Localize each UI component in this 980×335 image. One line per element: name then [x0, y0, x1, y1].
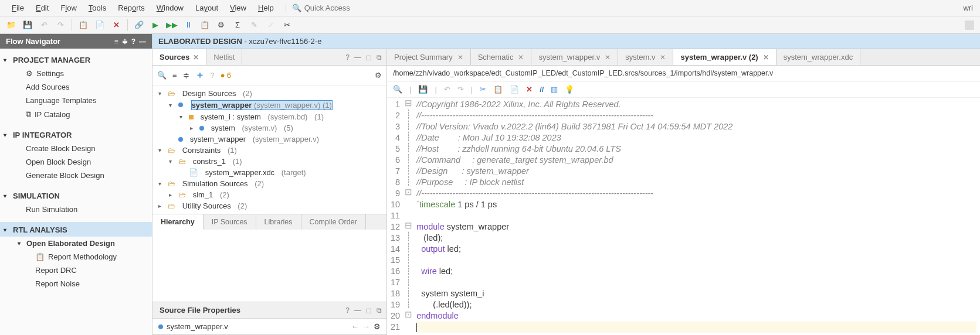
close-icon[interactable]: ✕ — [660, 53, 666, 61]
tree-design-sources[interactable]: ▾🗁 Design Sources (2) — [155, 88, 384, 99]
save-icon[interactable]: 💾 — [418, 85, 428, 94]
close-icon[interactable]: ✕ — [518, 53, 524, 61]
btab-ip-sources[interactable]: IP Sources — [204, 214, 256, 230]
collapse-all-icon[interactable]: ≡ — [114, 37, 118, 46]
tree-system-wrapper[interactable]: ▾ system_wrapper (system_wrapper.v) (1) — [165, 99, 384, 111]
tool1-icon[interactable]: ✎ — [249, 20, 259, 30]
tool2-icon[interactable]: ⟋ — [265, 20, 276, 30]
bulb-icon[interactable]: 💡 — [565, 85, 574, 94]
save-icon[interactable]: 💾 — [22, 20, 33, 30]
quick-access-input[interactable] — [304, 4, 422, 12]
stop-icon[interactable]: ⏸ — [183, 20, 194, 30]
delete-icon[interactable]: ✕ — [526, 85, 533, 94]
nav-run-simulation[interactable]: Run Simulation — [0, 203, 152, 216]
menu-window[interactable]: Window — [151, 1, 189, 15]
nav-language-templates[interactable]: Language Templates — [0, 94, 152, 107]
quick-access[interactable]: 🔍 — [286, 4, 422, 12]
nav-rtl-analysis[interactable]: RTL ANALYSIS — [0, 222, 152, 237]
tree-xdc[interactable]: 📄 system_wrapper.xdc (target) — [176, 167, 384, 178]
etab-system-wrapper-v[interactable]: system_wrapper.v✕ — [531, 49, 618, 65]
nav-report-drc[interactable]: Report DRC — [0, 264, 152, 277]
expand-icon[interactable]: ≑ — [183, 71, 189, 80]
tree-system-i[interactable]: ▾ system_i : system (system.bd) (1) — [176, 111, 384, 122]
cancel-icon[interactable]: ✕ — [111, 20, 121, 30]
close-icon[interactable]: ✕ — [193, 53, 199, 61]
gear-icon[interactable]: ⚙ — [375, 71, 382, 80]
etab-system-wrapper-xdc[interactable]: system_wrapper.xdc — [776, 49, 861, 65]
help-icon[interactable]: ? — [345, 306, 350, 315]
restore-icon[interactable]: ⧉ — [377, 53, 382, 61]
back-icon[interactable]: ← — [351, 322, 359, 331]
etab-project-summary[interactable]: Project Summary✕ — [387, 49, 471, 65]
nav-ip-catalog[interactable]: ⧉IP Catalog — [0, 107, 152, 121]
menu-help[interactable]: Help — [252, 1, 280, 15]
tab-sources[interactable]: Sources✕ — [152, 49, 206, 65]
nav-simulation[interactable]: SIMULATION — [0, 188, 152, 203]
etab-system-wrapper-v-2[interactable]: system_wrapper.v (2)✕ — [673, 49, 776, 65]
clipboard-icon[interactable]: 📋 — [199, 20, 210, 30]
warning-badge[interactable]: ●6 — [221, 71, 231, 80]
find-icon[interactable]: 🔗 — [134, 20, 144, 30]
nav-report-methodology[interactable]: 📋Report Methodology — [0, 250, 152, 264]
paste-icon[interactable]: 📄 — [510, 85, 519, 94]
undo-icon[interactable]: ↶ — [444, 85, 450, 94]
undo-icon[interactable]: ↶ — [39, 20, 49, 30]
forward-icon[interactable]: → — [362, 322, 370, 331]
redo-icon[interactable]: ↷ — [55, 20, 66, 30]
expand-icon[interactable]: ≑ — [122, 37, 128, 46]
btab-libraries[interactable]: Libraries — [256, 214, 301, 230]
tab-netlist[interactable]: Netlist — [206, 49, 242, 65]
menu-layout[interactable]: Layout — [189, 1, 224, 15]
menu-view[interactable]: View — [224, 1, 252, 15]
sigma-icon[interactable]: Σ — [232, 20, 243, 30]
nav-open-elab[interactable]: ▾Open Elaborated Design — [0, 237, 152, 250]
help-icon[interactable]: ? — [131, 37, 135, 46]
gear-icon[interactable]: ⚙ — [374, 322, 381, 331]
search-icon[interactable]: 🔍 — [157, 71, 167, 80]
code-area[interactable]: 123456789101112131415161718192021 ⊟┊┊┊┊┊… — [387, 98, 980, 335]
paste-icon[interactable]: 📄 — [94, 20, 105, 30]
menu-reports[interactable]: Reports — [112, 1, 151, 15]
tree-sim-1[interactable]: ▸🗁 sim_1 (2) — [165, 189, 384, 200]
settings-icon[interactable]: ⚙ — [216, 20, 226, 30]
nav-ip-integrator[interactable]: IP INTEGRATOR — [0, 127, 152, 142]
etab-system-v[interactable]: system.v✕ — [618, 49, 673, 65]
nav-open-block[interactable]: Open Block Design — [0, 155, 152, 169]
btab-compile-order[interactable]: Compile Order — [301, 214, 366, 230]
code-text[interactable]: //Copyright 1986-2022 Xilinx, Inc. All R… — [413, 98, 980, 335]
tree-constrs-1[interactable]: ▾🗁 constrs_1 (1) — [165, 156, 384, 167]
btab-hierarchy[interactable]: Hierarchy — [152, 214, 204, 230]
nav-settings[interactable]: ⚙Settings — [0, 67, 152, 80]
collapse-icon[interactable] — [965, 20, 974, 30]
comment-icon[interactable]: // — [540, 85, 544, 94]
menu-tools[interactable]: Tools — [83, 1, 112, 15]
close-icon[interactable]: ✕ — [457, 53, 463, 61]
help-icon[interactable]: ? — [211, 71, 215, 80]
minimize-icon[interactable]: — — [354, 53, 361, 61]
tree-utility-sources[interactable]: ▸🗁 Utility Sources (2) — [155, 200, 384, 211]
copy-icon[interactable]: 📋 — [493, 85, 503, 94]
redo-icon[interactable]: ↷ — [457, 85, 464, 94]
copy-icon[interactable]: 📋 — [78, 20, 89, 30]
help-icon[interactable]: ? — [345, 53, 350, 61]
minimize-icon[interactable]: — — [354, 306, 361, 315]
nav-add-sources[interactable]: Add Sources — [0, 80, 152, 94]
run-icon[interactable]: ▶ — [150, 20, 161, 30]
maximize-icon[interactable]: ◻ — [366, 53, 372, 61]
tool3-icon[interactable]: ✂ — [282, 20, 292, 30]
run-step-icon[interactable]: ▶▶ — [167, 20, 177, 30]
cut-icon[interactable]: ✂ — [480, 85, 486, 94]
tree-constraints[interactable]: ▾🗁 Constraints (1) — [155, 145, 384, 156]
add-icon[interactable]: ＋ — [195, 69, 205, 81]
close-icon[interactable]: ✕ — [605, 53, 611, 61]
nav-create-block[interactable]: Create Block Design — [0, 142, 152, 155]
close-icon[interactable]: ✕ — [763, 53, 769, 61]
tree-system-wrapper-2[interactable]: system_wrapper (system_wrapper.v) — [165, 134, 384, 145]
restore-icon[interactable]: ⧉ — [377, 306, 382, 315]
menu-flow[interactable]: Flow — [55, 1, 82, 15]
maximize-icon[interactable]: ◻ — [366, 306, 372, 315]
collapse-icon[interactable]: ≡ — [172, 71, 177, 80]
new-project-icon[interactable]: 📁 — [6, 20, 16, 30]
etab-schematic[interactable]: Schematic✕ — [471, 49, 532, 65]
minimize-icon[interactable]: — — [139, 37, 146, 46]
